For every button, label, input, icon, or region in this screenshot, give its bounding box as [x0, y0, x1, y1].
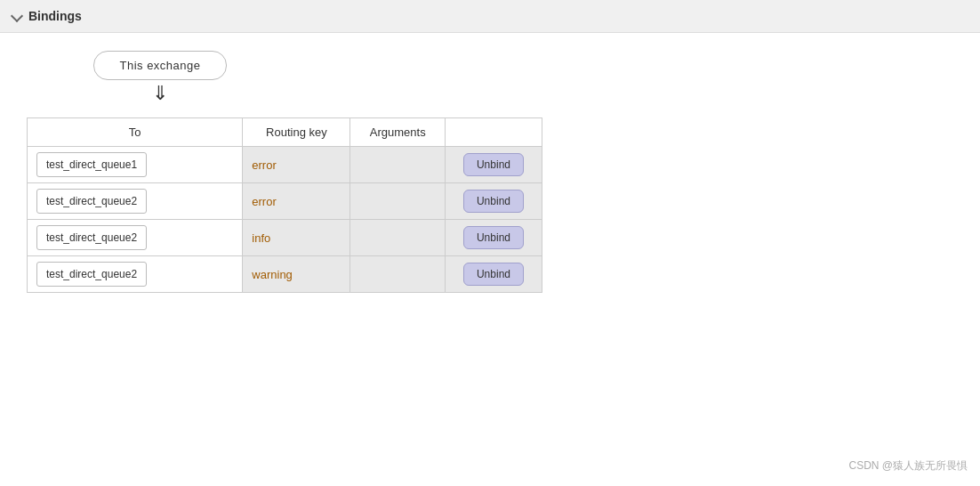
arrow-down-icon: ⇓ — [152, 84, 168, 103]
td-arguments — [350, 183, 445, 220]
table-header-row: To Routing key Arguments — [28, 118, 542, 147]
exchange-flow: This exchange ⇓ — [27, 51, 293, 103]
td-to: test_direct_queue2 — [28, 220, 243, 256]
col-header-action — [445, 118, 542, 147]
td-routing-key: info — [243, 220, 350, 256]
queue-name: test_direct_queue2 — [36, 262, 147, 287]
td-action: Unbind — [445, 220, 542, 256]
bindings-table: To Routing key Arguments test_direct_que… — [27, 117, 542, 293]
td-routing-key: warning — [243, 256, 350, 293]
col-header-to: To — [28, 118, 243, 147]
col-header-routing-key: Routing key — [243, 118, 350, 147]
table-row: test_direct_queue2warningUnbind — [28, 256, 542, 293]
table-row: test_direct_queue2errorUnbind — [28, 183, 542, 220]
table-row: test_direct_queue2infoUnbind — [28, 220, 542, 256]
queue-name: test_direct_queue1 — [36, 152, 147, 177]
unbind-button[interactable]: Unbind — [463, 226, 524, 249]
bindings-section: Bindings This exchange ⇓ To Routing key … — [0, 0, 980, 311]
td-to: test_direct_queue1 — [28, 147, 243, 183]
td-arguments — [350, 256, 445, 293]
col-header-arguments: Arguments — [350, 118, 445, 147]
bindings-title: Bindings — [28, 9, 82, 23]
td-to: test_direct_queue2 — [28, 183, 243, 220]
queue-name: test_direct_queue2 — [36, 189, 147, 214]
queue-name: test_direct_queue2 — [36, 225, 147, 250]
td-routing-key: error — [243, 183, 350, 220]
td-to: test_direct_queue2 — [28, 256, 243, 293]
td-action: Unbind — [445, 147, 542, 183]
unbind-button[interactable]: Unbind — [463, 153, 524, 176]
td-action: Unbind — [445, 256, 542, 293]
td-routing-key: error — [243, 147, 350, 183]
td-arguments — [350, 220, 445, 256]
bindings-header: Bindings — [0, 0, 980, 33]
td-arguments — [350, 147, 445, 183]
exchange-box: This exchange — [93, 51, 226, 80]
td-action: Unbind — [445, 183, 542, 220]
chevron-down-icon — [11, 10, 23, 22]
unbind-button[interactable]: Unbind — [463, 190, 524, 213]
unbind-button[interactable]: Unbind — [463, 263, 524, 286]
bindings-body: This exchange ⇓ To Routing key Arguments… — [0, 33, 980, 311]
table-row: test_direct_queue1errorUnbind — [28, 147, 542, 183]
